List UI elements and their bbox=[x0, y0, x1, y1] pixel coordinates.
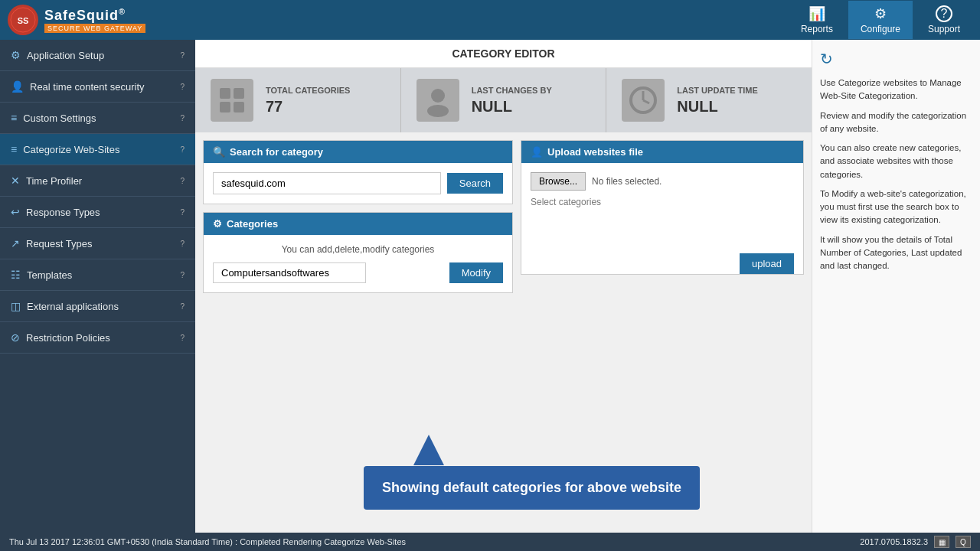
configure-icon: ⚙ bbox=[874, 5, 887, 22]
nav-buttons: 📊 Reports ⚙ Configure ? Support bbox=[789, 1, 972, 39]
sidebar: ⚙ Application Setup ? 👤 Real time conten… bbox=[0, 40, 195, 533]
search-panel-header: 🔍 Search for category bbox=[204, 141, 512, 163]
status-icon-2[interactable]: Q bbox=[956, 536, 971, 548]
status-icon-1[interactable]: ▦ bbox=[934, 536, 949, 548]
total-categories-info: TOTAL CATEGORIES 77 bbox=[266, 86, 350, 116]
reports-icon: 📊 bbox=[808, 5, 825, 22]
browse-button[interactable]: Browse... bbox=[531, 172, 586, 191]
request-icon: ↗ bbox=[11, 237, 20, 249]
response-icon: ↩ bbox=[11, 206, 20, 218]
upload-panel: 👤 Upload websites file Browse... No file… bbox=[521, 140, 804, 275]
status-bar: Thu Jul 13 2017 12:36:01 GMT+0530 (India… bbox=[0, 533, 980, 551]
sidebar-item-templates[interactable]: ☷ Templates ? bbox=[0, 259, 195, 291]
sidebar-item-custom-settings[interactable]: ≡ Custom Settings ? bbox=[0, 103, 195, 134]
last-changes-info: LAST CHANGES BY NULL bbox=[472, 86, 552, 116]
svg-rect-3 bbox=[234, 88, 244, 99]
select-categories-text: Select categories bbox=[531, 197, 794, 207]
refresh-icon[interactable]: ↻ bbox=[820, 47, 972, 70]
main-content: ⚙ Application Setup ? 👤 Real time conten… bbox=[0, 40, 980, 533]
modify-button[interactable]: Modify bbox=[449, 262, 503, 283]
categories-info-text: You can add,delete,modify categories bbox=[213, 244, 503, 255]
list-icon: ≡ bbox=[11, 112, 17, 124]
stats-row: TOTAL CATEGORIES 77 LAST CHANGES BY NULL bbox=[195, 68, 812, 132]
sidebar-item-application-setup[interactable]: ⚙ Application Setup ? bbox=[0, 40, 195, 71]
user-icon: 👤 bbox=[11, 80, 24, 93]
svg-rect-5 bbox=[234, 102, 244, 112]
sidebar-item-external-apps[interactable]: ◫ External applications ? bbox=[0, 291, 195, 322]
upload-panel-header: 👤 Upload websites file bbox=[521, 141, 803, 163]
category-input-row: Modify bbox=[213, 262, 503, 283]
categories-header-icon: ⚙ bbox=[213, 218, 222, 230]
status-text: Thu Jul 13 2017 12:36:01 GMT+0530 (India… bbox=[9, 537, 406, 546]
search-panel-body: Search bbox=[204, 163, 512, 204]
upload-button[interactable]: upload bbox=[740, 253, 794, 274]
content-area: CATEGORY EDITOR TOTAL CATEGORIES 77 bbox=[195, 40, 812, 533]
status-right: 2017.0705.1832.3 ▦ Q bbox=[860, 536, 971, 548]
categories-panel-body: You can add,delete,modify categories Mod… bbox=[204, 235, 512, 292]
svg-text:SS: SS bbox=[18, 16, 29, 25]
upload-header-icon: 👤 bbox=[531, 146, 543, 158]
categories-panel: ⚙ Categories You can add,delete,modify c… bbox=[203, 212, 513, 293]
svg-line-10 bbox=[643, 100, 649, 103]
panels-area: 🔍 Search for category Search ⚙ Categ bbox=[195, 132, 812, 533]
help-para-1: Review and modify the categorization of … bbox=[820, 109, 972, 136]
help-para-2: You can also create new categories, and … bbox=[820, 142, 972, 181]
app-name: SafeSquid® bbox=[44, 7, 145, 24]
sidebar-item-time-profiler[interactable]: ✕ Time Profiler ? bbox=[0, 165, 195, 197]
template-icon: ☷ bbox=[11, 269, 21, 281]
search-input[interactable] bbox=[213, 172, 441, 194]
upload-file-row: Browse... No files selected. bbox=[531, 172, 794, 191]
app-tagline: Secure Web Gateway bbox=[44, 24, 145, 33]
list2-icon: ≡ bbox=[11, 143, 17, 155]
sidebar-item-realtime-content[interactable]: 👤 Real time content security ? bbox=[0, 71, 195, 103]
stat-total-categories: TOTAL CATEGORIES 77 bbox=[195, 68, 401, 132]
version-text: 2017.0705.1832.3 bbox=[860, 537, 928, 546]
help-para-0: Use Categorize websites to Manage Web-Si… bbox=[820, 77, 972, 103]
stat-last-changes-by: LAST CHANGES BY NULL bbox=[401, 68, 607, 132]
search-row: Search bbox=[213, 172, 503, 194]
external-icon: ◫ bbox=[11, 300, 21, 312]
upload-panel-body: Browse... No files selected. Select cate… bbox=[521, 163, 803, 262]
sidebar-item-restriction-policies[interactable]: ⊘ Restriction Policies ? bbox=[0, 322, 195, 354]
configure-button[interactable]: ⚙ Configure bbox=[848, 1, 913, 39]
svg-point-7 bbox=[427, 105, 449, 117]
help-para-4: It will show you the details of Total Nu… bbox=[820, 233, 972, 273]
logo-area: SS SafeSquid® Secure Web Gateway bbox=[8, 5, 145, 35]
support-button[interactable]: ? Support bbox=[916, 1, 972, 39]
sidebar-item-categorize-websites[interactable]: ≡ Categorize Web-Sites ? bbox=[0, 134, 195, 165]
no-file-text: No files selected. bbox=[592, 176, 662, 187]
help-para-3: To Modify a web-site's categorization, y… bbox=[820, 187, 972, 227]
svg-point-6 bbox=[431, 89, 445, 103]
top-nav: SS SafeSquid® Secure Web Gateway 📊 Repor… bbox=[0, 0, 980, 40]
gear-icon: ⚙ bbox=[11, 49, 21, 61]
svg-rect-4 bbox=[220, 102, 230, 112]
logo-text: SafeSquid® Secure Web Gateway bbox=[44, 7, 145, 33]
time-icon: ✕ bbox=[11, 174, 20, 187]
last-changes-icon bbox=[416, 79, 459, 122]
reports-button[interactable]: 📊 Reports bbox=[789, 1, 845, 39]
sidebar-item-response-types[interactable]: ↩ Response Types ? bbox=[0, 197, 195, 228]
category-input[interactable] bbox=[213, 262, 366, 283]
last-update-icon bbox=[622, 79, 665, 122]
sidebar-item-request-types[interactable]: ↗ Request Types ? bbox=[0, 228, 195, 259]
search-button[interactable]: Search bbox=[447, 173, 503, 194]
search-header-icon: 🔍 bbox=[213, 146, 225, 158]
total-categories-icon bbox=[211, 79, 253, 122]
stat-last-update-time: LAST UPDATE TIME NULL bbox=[606, 68, 812, 132]
support-icon: ? bbox=[936, 5, 952, 22]
right-help-panel: ↻ Use Categorize websites to Manage Web-… bbox=[812, 40, 980, 533]
search-panel: 🔍 Search for category Search bbox=[203, 140, 513, 204]
restriction-icon: ⊘ bbox=[11, 331, 20, 344]
left-panels: 🔍 Search for category Search ⚙ Categ bbox=[203, 140, 513, 525]
page-title: CATEGORY EDITOR bbox=[195, 40, 812, 68]
categories-panel-header: ⚙ Categories bbox=[204, 213, 512, 235]
last-update-info: LAST UPDATE TIME NULL bbox=[677, 86, 758, 116]
svg-rect-2 bbox=[220, 88, 230, 99]
